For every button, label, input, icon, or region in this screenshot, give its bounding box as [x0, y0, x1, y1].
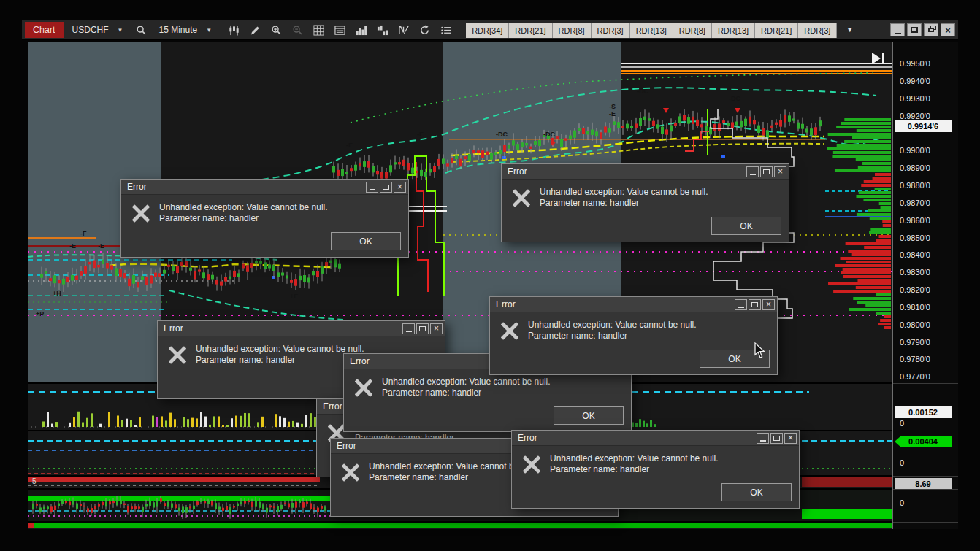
reload-icon[interactable]: [416, 23, 434, 38]
price-axis-label: 0.9930'0: [900, 94, 930, 103]
price-axis-label: 0.9940'0: [900, 77, 930, 85]
dialog-minimize-button[interactable]: [366, 182, 378, 193]
chart-tab[interactable]: RDR[8]: [553, 23, 592, 38]
chart-tab[interactable]: RDR[3]: [592, 23, 630, 38]
zoom-out-icon[interactable]: [288, 23, 307, 38]
draw-tool-icon[interactable]: [246, 23, 264, 38]
price-axis-panel[interactable]: 0.9950'00.9940'00.9930'00.9920'00.9900'0…: [892, 42, 958, 529]
axis-divider: [893, 431, 958, 431]
dialog-message-line2: Parameter name: handler: [382, 388, 551, 398]
indicator-value-box: 0.00404: [895, 436, 952, 447]
dialog-maximize-button[interactable]: [760, 166, 773, 177]
zoom-in-icon[interactable]: [267, 23, 286, 38]
indicator-axis-label: 0: [900, 419, 904, 428]
price-axis-label: 0.9830'0: [900, 268, 930, 277]
properties-icon[interactable]: [437, 23, 455, 38]
instrument-select[interactable]: USDCHF ▼: [67, 23, 129, 37]
indicator-axis-label: 0: [900, 458, 904, 467]
axis-divider: [893, 489, 958, 490]
chart-signal-label: -DC: [729, 96, 740, 102]
dialog-message-line2: Parameter name: handler: [196, 355, 364, 366]
chevron-down-icon: ▼: [206, 27, 212, 34]
chart-signal-label: -DC: [496, 131, 508, 138]
dialog-minimize-button[interactable]: [402, 323, 415, 334]
dialog-minimize-button[interactable]: [746, 166, 759, 177]
chart-tab[interactable]: RDR[13]: [712, 23, 755, 38]
chart-tab[interactable]: RDR[34]: [466, 23, 509, 38]
interval-select[interactable]: 15 Minute ▼: [154, 23, 218, 37]
dialog-maximize-button[interactable]: [380, 182, 392, 193]
dialog-minimize-button[interactable]: [735, 299, 747, 310]
indicator-value-box: 8.69: [895, 478, 952, 490]
dialog-close-button[interactable]: ×: [762, 299, 775, 310]
price-axis-label: 0.9820'0: [900, 285, 930, 294]
dialog-titlebar[interactable]: Error ×: [158, 321, 445, 336]
dialog-title: Error: [164, 323, 401, 334]
error-dialog: Error × Unhandled exception: Value canno…: [120, 179, 409, 258]
indicator-value-box: 0.00152: [895, 406, 952, 418]
chart-tab[interactable]: RDR[21]: [755, 23, 798, 38]
price-axis-label: 0.9810'0: [900, 303, 930, 312]
dialog-ok-button[interactable]: OK: [711, 217, 781, 235]
dialog-maximize-button[interactable]: [770, 433, 783, 444]
dialog-maximize-button[interactable]: [416, 323, 429, 334]
dialog-close-button[interactable]: ×: [784, 433, 797, 444]
dialog-maximize-button[interactable]: [749, 299, 761, 310]
indicator-axis-label: 0: [900, 498, 904, 507]
dialog-ok-button[interactable]: OK: [331, 232, 401, 250]
chart-menu-button[interactable]: Chart: [25, 22, 64, 38]
indicators-icon[interactable]: [352, 23, 370, 38]
price-axis-label: 0.9840'0: [900, 250, 930, 259]
window-minimize-button[interactable]: [890, 23, 905, 36]
interval-value: 15 Minute: [159, 25, 198, 35]
dialog-titlebar[interactable]: Error ×: [121, 180, 408, 195]
tab-overflow-chevron[interactable]: ▼: [846, 26, 853, 34]
axis-divider: [893, 383, 958, 384]
window-restore-button[interactable]: [924, 23, 938, 36]
regression-icon[interactable]: [394, 23, 413, 38]
window-maximize-button[interactable]: [907, 23, 922, 36]
dialog-ok-button[interactable]: OK: [554, 406, 624, 425]
dialog-titlebar[interactable]: Error ×: [490, 297, 777, 312]
dialog-titlebar[interactable]: Error ×: [512, 431, 799, 446]
price-axis-label: 0.9880'0: [900, 181, 930, 190]
error-x-icon: [512, 188, 531, 207]
chart-signal-label: -E: [98, 243, 104, 250]
error-dialog: Error × Unhandled exception: Value canno…: [501, 163, 789, 242]
dialog-message-line2: Parameter name: handler: [159, 213, 328, 224]
dialog-ok-button[interactable]: OK: [721, 483, 792, 501]
price-axis-label: 0.9860'0: [900, 216, 930, 225]
crosshair-grid-icon[interactable]: [310, 23, 328, 38]
dialog-message-line1: Unhandled exception: Value cannot be nul…: [528, 320, 697, 331]
chart-signal-label: -S: [609, 104, 616, 110]
data-box-icon[interactable]: [331, 23, 349, 38]
chart-style-icon[interactable]: [225, 23, 243, 38]
axis-divider: [893, 476, 958, 477]
window-close-button[interactable]: ×: [941, 23, 955, 36]
strategies-icon[interactable]: [373, 23, 391, 38]
chart-signal-label: -DC: [637, 88, 648, 95]
toolbar: Chart USDCHF ▼ 15 Minute ▼ RDR[34]RDR[21…: [22, 20, 958, 40]
axis-divider: [893, 522, 958, 523]
dialog-titlebar[interactable]: Error ×: [502, 164, 789, 180]
dialog-close-button[interactable]: ×: [430, 323, 443, 334]
dialog-title: Error: [127, 182, 364, 192]
dialog-message-line1: Unhandled exception: Value cannot be nul…: [159, 202, 328, 213]
chart-tab[interactable]: RDR[13]: [630, 23, 673, 38]
price-axis-label: 0.9800'0: [900, 320, 930, 329]
panel-scale-label: 5: [32, 477, 37, 485]
price-axis-label: 0.9770'0: [900, 372, 930, 381]
error-x-icon: [131, 204, 150, 223]
chart-tab[interactable]: RDR[21]: [509, 23, 552, 38]
chart-tab[interactable]: RDR[8]: [673, 23, 712, 38]
chart-tab[interactable]: RDR[3]: [798, 23, 837, 38]
toolbar-separator: [221, 23, 221, 37]
error-x-icon: [500, 321, 519, 340]
chart-signal-label: -F: [80, 231, 87, 237]
search-icon[interactable]: [132, 23, 150, 38]
instrument-value: USDCHF: [72, 25, 109, 35]
dialog-minimize-button[interactable]: [757, 433, 769, 444]
dialog-close-button[interactable]: ×: [774, 166, 786, 177]
dialog-message-line1: Unhandled exception: Value cannot be nul…: [382, 377, 551, 388]
dialog-close-button[interactable]: ×: [394, 182, 406, 193]
